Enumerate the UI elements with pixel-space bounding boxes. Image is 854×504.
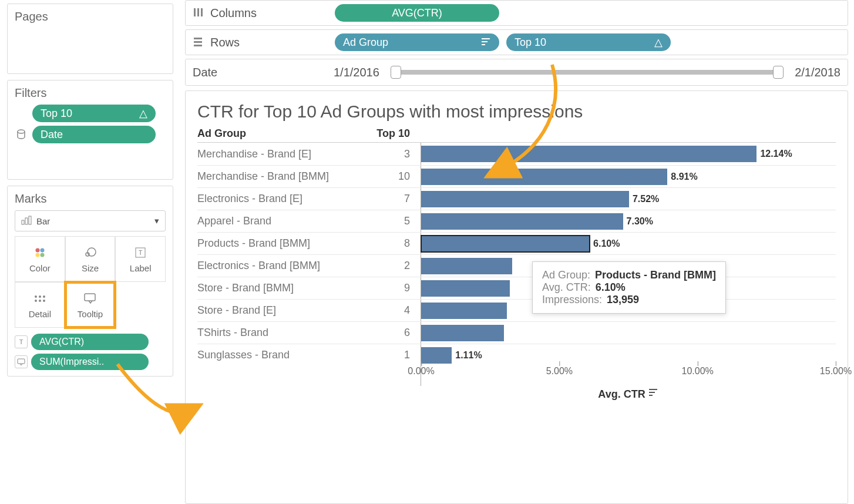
bar[interactable] xyxy=(421,303,507,319)
marks-color-button[interactable]: Color xyxy=(15,236,65,282)
marks-pill-sum-impressions[interactable]: SUM(Impressi.. xyxy=(31,354,149,370)
svg-rect-1 xyxy=(22,220,24,224)
bar[interactable] xyxy=(421,347,452,364)
columns-label: Columns xyxy=(210,6,328,20)
row-group: Electronics - Brand [E] xyxy=(197,193,374,205)
date-slider-handle-start[interactable] xyxy=(391,66,401,79)
row-group: Sunglasses - Brand xyxy=(197,349,374,361)
marks-type-select[interactable]: Bar ▾ xyxy=(15,210,166,231)
tooltip-label-ctr: Avg. CTR: xyxy=(542,281,591,294)
row-group: Store - Brand [E] xyxy=(197,304,374,317)
filter-pill-date[interactable]: Date xyxy=(32,126,156,143)
size-icon xyxy=(83,246,97,260)
row-group: Apparel - Brand xyxy=(197,215,374,227)
row-rank: 7 xyxy=(374,193,421,205)
color-icon xyxy=(33,246,46,260)
table-row: Merchandise - Brand [E]312.14% xyxy=(197,143,836,165)
bar[interactable] xyxy=(421,325,504,341)
tooltip-label-group: Ad Group: xyxy=(542,269,590,281)
axis-tick: 0.00% xyxy=(408,366,434,377)
row-rank: 1 xyxy=(374,349,421,361)
svg-rect-2 xyxy=(25,218,28,224)
pages-card-title: Pages xyxy=(15,10,166,23)
bar-area: 7.52% xyxy=(421,188,836,210)
rows-pill-top10-label: Top 10 xyxy=(515,36,546,49)
bar-area xyxy=(421,322,836,344)
marks-tooltip-label: Tooltip xyxy=(78,309,103,319)
bar[interactable] xyxy=(421,169,667,185)
bar-area: 7.30% xyxy=(421,210,836,232)
table-row: Apparel - Brand57.30% xyxy=(197,210,836,232)
rows-shelf[interactable]: Rows Ad Group Top 10 △ xyxy=(185,29,848,55)
delta-icon: △ xyxy=(654,36,663,49)
chart-header-top10: Top 10 xyxy=(374,127,421,140)
rows-pill-top10[interactable]: Top 10 △ xyxy=(506,33,671,51)
marks-size-label: Size xyxy=(82,263,99,273)
svg-rect-31 xyxy=(649,395,653,396)
svg-point-13 xyxy=(39,295,41,298)
svg-point-14 xyxy=(43,295,45,298)
columns-pill-avg-ctr[interactable]: AVG(CTR) xyxy=(335,4,499,22)
date-slider[interactable] xyxy=(396,70,778,75)
svg-point-5 xyxy=(40,248,44,252)
bar-area: 1.11% xyxy=(421,344,836,366)
label-target-icon: T xyxy=(15,335,28,348)
filters-card-title: Filters xyxy=(15,86,166,100)
marks-tooltip-button[interactable]: Tooltip xyxy=(65,282,116,328)
columns-shelf[interactable]: Columns AVG(CTR) xyxy=(185,0,848,26)
axis-tick: 10.00% xyxy=(682,366,714,377)
bar[interactable] xyxy=(421,146,757,162)
columns-pill-label: AVG(CTR) xyxy=(392,7,442,19)
marks-color-label: Color xyxy=(29,263,51,273)
bar-label: 6.10% xyxy=(593,238,620,249)
marks-label-button[interactable]: T Label xyxy=(115,236,166,282)
marks-type-label: Bar xyxy=(36,216,50,226)
row-group: Merchandise - Brand [BMM] xyxy=(197,170,374,183)
svg-point-12 xyxy=(35,295,37,298)
marks-pill-avg-ctr[interactable]: AVG(CTR) xyxy=(31,334,149,350)
chart-card: CTR for Top 10 Ad Groups with most impre… xyxy=(185,90,848,504)
chart-header-group: Ad Group xyxy=(197,127,374,140)
bar[interactable] xyxy=(421,191,629,207)
chart-title: CTR for Top 10 Ad Groups with most impre… xyxy=(197,102,836,122)
bar-area: 6.10% xyxy=(421,233,836,254)
rows-pill-ad-group[interactable]: Ad Group xyxy=(335,33,499,51)
axis-tick: 5.00% xyxy=(546,366,573,377)
svg-point-17 xyxy=(43,300,45,302)
date-slider-handle-end[interactable] xyxy=(773,66,784,79)
svg-point-16 xyxy=(39,300,41,302)
table-row: Electronics - Brand [BMM]2 xyxy=(197,254,836,277)
table-row: Store - Brand [E]4 xyxy=(197,299,836,321)
row-rank: 10 xyxy=(374,170,421,183)
bar-icon xyxy=(21,216,32,227)
marks-size-button[interactable]: Size xyxy=(65,236,116,282)
table-row: Store - Brand [BMM]9 xyxy=(197,277,836,299)
row-group: Electronics - Brand [BMM] xyxy=(197,260,374,272)
svg-rect-26 xyxy=(482,38,490,39)
svg-rect-24 xyxy=(194,41,202,43)
bar-label: 7.52% xyxy=(633,194,659,204)
row-rank: 8 xyxy=(374,237,421,250)
svg-point-7 xyxy=(40,253,44,257)
bar-label: 12.14% xyxy=(760,149,792,159)
table-row: Merchandise - Brand [BMM]108.91% xyxy=(197,165,836,187)
svg-point-0 xyxy=(18,130,25,133)
marks-card-title: Marks xyxy=(15,192,166,206)
svg-point-15 xyxy=(35,300,37,302)
tooltip-value-ctr: 6.10% xyxy=(596,281,626,294)
marks-detail-button[interactable]: Detail xyxy=(15,282,65,328)
sort-desc-icon xyxy=(649,388,658,398)
date-filter-row: Date 1/1/2016 2/1/2018 xyxy=(185,59,848,86)
marks-pill-avg-ctr-label: AVG(CTR) xyxy=(39,337,84,347)
bar[interactable] xyxy=(421,236,590,252)
row-rank: 9 xyxy=(374,282,421,294)
marks-label-label: Label xyxy=(130,263,152,273)
filter-pill-top10[interactable]: Top 10 △ xyxy=(32,105,156,122)
table-row: Sunglasses - Brand11.11% xyxy=(197,344,836,366)
table-row: TShirts - Brand6 xyxy=(197,321,836,344)
table-row: Products - Brand [BMM]86.10% xyxy=(197,232,836,254)
bar[interactable] xyxy=(421,258,512,274)
bar[interactable] xyxy=(421,280,510,297)
bar[interactable] xyxy=(421,213,623,230)
svg-point-9 xyxy=(88,248,96,256)
